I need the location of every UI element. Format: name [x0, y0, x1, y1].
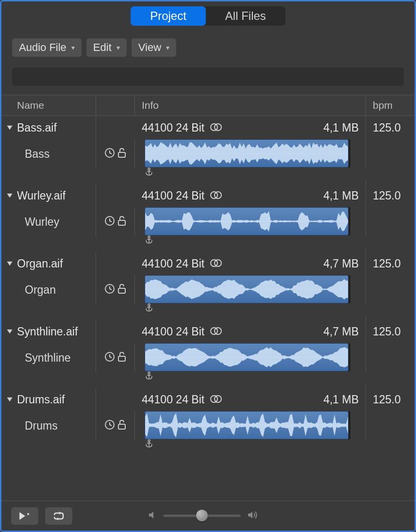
bit-depth: 24 Bit — [176, 393, 204, 406]
column-headers: Name Info bpm — [1, 95, 415, 116]
file-info: 44100 24 Bit — [142, 121, 222, 134]
svg-point-13 — [148, 236, 150, 238]
sample-rate: 44100 — [142, 257, 173, 270]
file-bpm: 125.0 — [366, 117, 415, 139]
clock-icon — [104, 216, 115, 228]
svg-point-37 — [148, 440, 150, 442]
file-size: 4,1 MB — [323, 189, 359, 202]
file-name: Wurley.aif — [17, 189, 66, 202]
sample-rate: 44100 — [142, 325, 173, 338]
region-row[interactable]: Wurley — [1, 207, 415, 252]
bit-depth: 24 Bit — [176, 121, 204, 134]
header-info[interactable]: Info — [135, 95, 366, 116]
file-row[interactable]: Wurley.aif 44100 24 Bit 4,1 MB 125.0 — [1, 184, 415, 207]
file-list: Bass.aif 44100 24 Bit 4,1 MB 125.0 Bass — [1, 116, 415, 475]
header-name[interactable]: Name — [1, 95, 96, 116]
waveform-region[interactable] — [145, 411, 349, 439]
file-row[interactable]: Drums.aif 44100 24 Bit 4,1 MB 125.0 — [1, 388, 415, 411]
speaker-low-icon — [148, 510, 157, 522]
waveform-region[interactable] — [145, 207, 349, 235]
stereo-icon — [210, 327, 222, 335]
region-row[interactable]: Organ — [1, 275, 415, 320]
bit-depth: 24 Bit — [176, 257, 204, 270]
waveform-region[interactable] — [145, 275, 349, 303]
tab-all-files[interactable]: All Files — [206, 6, 285, 26]
header-icon-col — [96, 95, 135, 116]
bottom-bar — [1, 500, 415, 531]
file-name: Synthline.aif — [17, 325, 78, 338]
anchor-icon — [145, 371, 153, 382]
file-bpm: 125.0 — [366, 185, 415, 207]
clock-icon — [104, 283, 115, 296]
stereo-icon — [210, 123, 222, 132]
disclosure-triangle-icon[interactable] — [4, 124, 15, 131]
disclosure-triangle-icon[interactable] — [4, 192, 15, 199]
disclosure-triangle-icon[interactable] — [4, 396, 15, 403]
svg-rect-35 — [118, 424, 125, 429]
anchor-icon — [145, 167, 153, 178]
svg-rect-11 — [118, 220, 125, 225]
anchor-icon — [145, 439, 153, 450]
svg-point-5 — [148, 168, 150, 170]
svg-rect-27 — [118, 356, 125, 361]
speaker-high-icon — [247, 510, 259, 522]
region-name: Drums — [25, 419, 58, 432]
file-info: 44100 24 Bit — [142, 393, 222, 406]
clock-icon — [104, 351, 115, 364]
unlock-icon[interactable] — [117, 351, 127, 364]
region-name: Bass — [25, 148, 50, 161]
waveform-region[interactable] — [145, 139, 349, 167]
loop-button[interactable] — [45, 507, 72, 525]
disclosure-triangle-icon[interactable] — [4, 260, 15, 267]
edit-menu[interactable]: Edit ▾ — [86, 38, 127, 57]
region-name: Synthline — [25, 351, 71, 365]
stereo-icon — [210, 259, 222, 267]
unlock-icon[interactable] — [117, 283, 127, 296]
file-bpm: 125.0 — [366, 321, 415, 343]
file-size: 4,7 MB — [323, 325, 359, 338]
region-row[interactable]: Drums — [1, 411, 415, 456]
stereo-icon — [210, 395, 222, 403]
region-row[interactable]: Bass — [1, 139, 415, 184]
file-name: Bass.aif — [17, 121, 57, 134]
header-bpm[interactable]: bpm — [366, 95, 415, 116]
stereo-icon — [210, 191, 222, 200]
audio-file-label: Audio File — [19, 41, 67, 54]
file-row[interactable]: Organ.aif 44100 24 Bit 4,7 MB 125.0 — [1, 252, 415, 275]
file-info: 44100 24 Bit — [142, 257, 222, 270]
unlock-icon[interactable] — [117, 419, 127, 432]
region-row[interactable]: Synthline — [1, 343, 415, 388]
svg-rect-19 — [118, 288, 125, 293]
file-size: 4,1 MB — [323, 121, 359, 134]
file-size: 4,1 MB — [323, 393, 359, 406]
region-name: Organ — [25, 283, 56, 297]
volume-slider[interactable] — [163, 515, 241, 517]
file-size: 4,7 MB — [323, 257, 359, 270]
chevron-down-icon: ▾ — [71, 44, 75, 51]
region-name: Wurley — [25, 216, 59, 229]
file-name: Organ.aif — [17, 257, 63, 270]
svg-point-29 — [148, 372, 150, 374]
file-info: 44100 24 Bit — [142, 189, 222, 202]
chevron-down-icon: ▾ — [166, 44, 169, 51]
disclosure-triangle-icon[interactable] — [4, 328, 15, 335]
sample-rate: 44100 — [142, 121, 173, 134]
file-name: Drums.aif — [17, 393, 65, 406]
unlock-icon[interactable] — [117, 216, 127, 228]
file-bpm: 125.0 — [366, 389, 415, 411]
waveform-region[interactable] — [145, 343, 349, 371]
volume-thumb[interactable] — [196, 510, 208, 521]
view-menu[interactable]: View ▾ — [132, 38, 176, 57]
top-tabs: Project All Files — [1, 1, 415, 33]
preview-button[interactable] — [11, 507, 38, 525]
unlock-icon[interactable] — [117, 148, 127, 160]
audio-file-menu[interactable]: Audio File ▾ — [12, 38, 82, 57]
search-input[interactable] — [12, 67, 404, 86]
svg-point-21 — [148, 304, 150, 306]
file-row[interactable]: Bass.aif 44100 24 Bit 4,1 MB 125.0 — [1, 116, 415, 139]
file-row[interactable]: Synthline.aif 44100 24 Bit 4,7 MB 125.0 — [1, 320, 415, 343]
toolbar: Audio File ▾ Edit ▾ View ▾ — [1, 33, 415, 65]
tab-project[interactable]: Project — [131, 6, 206, 26]
anchor-icon — [145, 303, 153, 314]
sample-rate: 44100 — [142, 189, 173, 202]
